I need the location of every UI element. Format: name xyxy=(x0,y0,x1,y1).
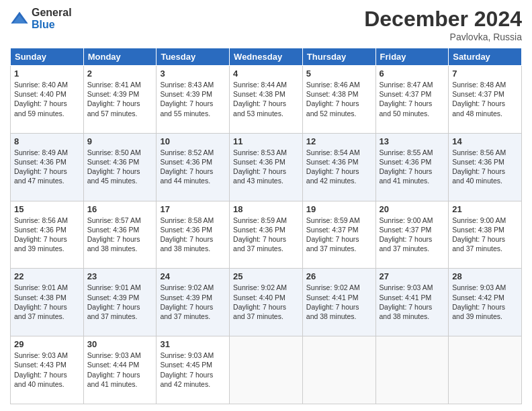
sunrise-text: Sunrise: 9:01 AM xyxy=(14,283,68,291)
sunrise-text: Sunrise: 9:01 AM xyxy=(87,283,141,291)
daylight-text: Daylight: 7 hours and 47 minutes. xyxy=(14,167,67,185)
daylight-text: Daylight: 7 hours and 37 minutes. xyxy=(233,303,286,320)
logo-text: General Blue xyxy=(32,7,72,30)
table-row: 30 Sunrise: 9:03 AM Sunset: 4:44 PM Dayl… xyxy=(83,336,157,404)
logo: General Blue xyxy=(10,7,72,30)
table-row: 2 Sunrise: 8:41 AM Sunset: 4:39 PM Dayli… xyxy=(83,66,157,134)
cell-content: Sunrise: 8:49 AM Sunset: 4:36 PM Dayligh… xyxy=(14,148,80,186)
day-number: 4 xyxy=(233,68,299,79)
sunrise-text: Sunrise: 9:02 AM xyxy=(306,283,360,291)
table-row xyxy=(449,336,522,404)
cell-content: Sunrise: 9:03 AM Sunset: 4:42 PM Dayligh… xyxy=(452,283,518,321)
logo-general: General xyxy=(32,7,72,19)
daylight-text: Daylight: 7 hours and 41 minutes. xyxy=(380,167,433,185)
calendar-week-5: 29 Sunrise: 9:03 AM Sunset: 4:43 PM Dayl… xyxy=(11,336,522,404)
sunrise-text: Sunrise: 8:55 AM xyxy=(380,148,433,156)
sunset-text: Sunset: 4:38 PM xyxy=(233,90,285,98)
sunset-text: Sunset: 4:43 PM xyxy=(14,361,66,369)
daylight-text: Daylight: 7 hours and 48 minutes. xyxy=(452,99,505,117)
cell-content: Sunrise: 9:02 AM Sunset: 4:39 PM Dayligh… xyxy=(160,283,226,321)
day-number: 11 xyxy=(233,136,299,146)
location: Pavlovka, Russia xyxy=(364,32,522,42)
day-number: 23 xyxy=(87,271,153,281)
table-row: 18 Sunrise: 8:59 AM Sunset: 4:36 PM Dayl… xyxy=(230,201,303,269)
sunrise-text: Sunrise: 8:43 AM xyxy=(160,81,214,89)
table-row: 19 Sunrise: 8:59 AM Sunset: 4:37 PM Dayl… xyxy=(302,201,375,269)
day-number: 24 xyxy=(160,271,226,281)
sunset-text: Sunset: 4:42 PM xyxy=(452,293,504,302)
daylight-text: Daylight: 7 hours and 43 minutes. xyxy=(233,167,286,185)
day-number: 18 xyxy=(233,204,299,214)
sunset-text: Sunset: 4:36 PM xyxy=(233,158,285,166)
sunset-text: Sunset: 4:39 PM xyxy=(87,293,140,302)
sunset-text: Sunset: 4:36 PM xyxy=(233,226,285,234)
day-number: 20 xyxy=(380,204,445,214)
sunset-text: Sunset: 4:36 PM xyxy=(160,158,212,166)
day-number: 1 xyxy=(14,68,80,79)
daylight-text: Daylight: 7 hours and 38 minutes. xyxy=(380,303,433,320)
sunset-text: Sunset: 4:37 PM xyxy=(452,90,504,98)
table-row: 24 Sunrise: 9:02 AM Sunset: 4:39 PM Dayl… xyxy=(157,269,230,336)
cell-content: Sunrise: 8:47 AM Sunset: 4:37 PM Dayligh… xyxy=(380,80,445,118)
day-number: 2 xyxy=(87,68,153,79)
col-tuesday: Tuesday xyxy=(157,48,230,66)
day-number: 16 xyxy=(87,204,153,214)
daylight-text: Daylight: 7 hours and 37 minutes. xyxy=(87,303,140,320)
calendar-week-1: 1 Sunrise: 8:40 AM Sunset: 4:40 PM Dayli… xyxy=(11,66,522,134)
sunset-text: Sunset: 4:36 PM xyxy=(306,158,359,166)
sunset-text: Sunset: 4:38 PM xyxy=(452,226,504,234)
day-number: 30 xyxy=(87,339,153,349)
sunrise-text: Sunrise: 8:50 AM xyxy=(87,148,141,156)
day-number: 26 xyxy=(306,271,372,281)
daylight-text: Daylight: 7 hours and 55 minutes. xyxy=(160,99,213,117)
table-row: 28 Sunrise: 9:03 AM Sunset: 4:42 PM Dayl… xyxy=(449,269,522,336)
cell-content: Sunrise: 8:59 AM Sunset: 4:36 PM Dayligh… xyxy=(233,216,299,254)
sunrise-text: Sunrise: 8:41 AM xyxy=(87,81,141,89)
header: General Blue December 2024 Pavlovka, Rus… xyxy=(10,7,522,42)
sunset-text: Sunset: 4:36 PM xyxy=(14,158,66,166)
sunset-text: Sunset: 4:36 PM xyxy=(452,158,504,166)
day-number: 13 xyxy=(380,136,445,146)
sunset-text: Sunset: 4:37 PM xyxy=(380,90,432,98)
table-row: 23 Sunrise: 9:01 AM Sunset: 4:39 PM Dayl… xyxy=(83,269,157,336)
table-row: 12 Sunrise: 8:54 AM Sunset: 4:36 PM Dayl… xyxy=(302,133,375,201)
col-monday: Monday xyxy=(83,48,157,66)
table-row: 8 Sunrise: 8:49 AM Sunset: 4:36 PM Dayli… xyxy=(11,133,84,201)
table-row xyxy=(230,336,303,404)
daylight-text: Daylight: 7 hours and 50 minutes. xyxy=(380,99,433,117)
sunset-text: Sunset: 4:37 PM xyxy=(306,226,359,234)
sunset-text: Sunset: 4:36 PM xyxy=(380,158,432,166)
sunset-text: Sunset: 4:38 PM xyxy=(306,90,359,98)
sunset-text: Sunset: 4:36 PM xyxy=(87,158,140,166)
cell-content: Sunrise: 8:46 AM Sunset: 4:38 PM Dayligh… xyxy=(306,80,372,118)
daylight-text: Daylight: 7 hours and 41 minutes. xyxy=(87,371,140,388)
sunrise-text: Sunrise: 8:58 AM xyxy=(160,216,214,224)
sunset-text: Sunset: 4:36 PM xyxy=(160,226,212,234)
table-row: 31 Sunrise: 9:03 AM Sunset: 4:45 PM Dayl… xyxy=(157,336,230,404)
day-number: 10 xyxy=(160,136,226,146)
day-number: 25 xyxy=(233,271,299,281)
sunrise-text: Sunrise: 8:56 AM xyxy=(452,148,506,156)
calendar-week-4: 22 Sunrise: 9:01 AM Sunset: 4:38 PM Dayl… xyxy=(11,269,522,336)
cell-content: Sunrise: 8:57 AM Sunset: 4:36 PM Dayligh… xyxy=(87,216,153,254)
sunset-text: Sunset: 4:38 PM xyxy=(14,293,66,302)
daylight-text: Daylight: 7 hours and 37 minutes. xyxy=(14,303,67,320)
col-saturday: Saturday xyxy=(449,48,522,66)
cell-content: Sunrise: 8:55 AM Sunset: 4:36 PM Dayligh… xyxy=(380,148,445,186)
daylight-text: Daylight: 7 hours and 40 minutes. xyxy=(452,167,505,185)
sunrise-text: Sunrise: 9:02 AM xyxy=(233,283,287,291)
table-row: 17 Sunrise: 8:58 AM Sunset: 4:36 PM Dayl… xyxy=(157,201,230,269)
table-row xyxy=(302,336,375,404)
daylight-text: Daylight: 7 hours and 59 minutes. xyxy=(14,99,67,117)
sunrise-text: Sunrise: 9:03 AM xyxy=(87,351,141,359)
table-row: 15 Sunrise: 8:56 AM Sunset: 4:36 PM Dayl… xyxy=(11,201,84,269)
daylight-text: Daylight: 7 hours and 38 minutes. xyxy=(160,235,213,253)
calendar-week-3: 15 Sunrise: 8:56 AM Sunset: 4:36 PM Dayl… xyxy=(11,201,522,269)
sunset-text: Sunset: 4:44 PM xyxy=(87,361,140,369)
daylight-text: Daylight: 7 hours and 38 minutes. xyxy=(306,303,359,320)
sunset-text: Sunset: 4:37 PM xyxy=(380,226,432,234)
cell-content: Sunrise: 9:03 AM Sunset: 4:45 PM Dayligh… xyxy=(160,351,226,389)
sunrise-text: Sunrise: 8:48 AM xyxy=(452,81,506,89)
cell-content: Sunrise: 8:44 AM Sunset: 4:38 PM Dayligh… xyxy=(233,80,299,118)
sunrise-text: Sunrise: 8:49 AM xyxy=(14,148,68,156)
